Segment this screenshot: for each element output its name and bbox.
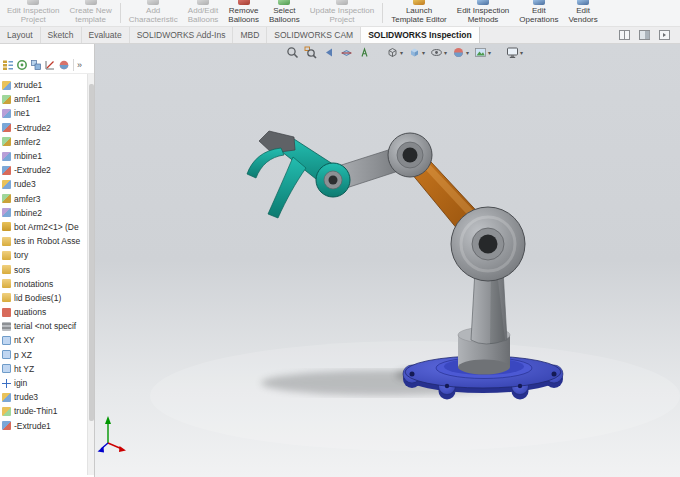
triad-y-arrow <box>105 416 111 424</box>
update-inspection-project-button[interactable]: Update Inspection Project <box>305 0 380 26</box>
ribbon-label: Edit Inspection <box>457 6 509 15</box>
dimxpertmanager-icon[interactable] <box>44 59 56 71</box>
tab-solidworks-inspection[interactable]: SOLIDWORKS Inspection <box>361 27 479 43</box>
tree-item[interactable]: -Extrude2 <box>0 121 86 135</box>
tree-item[interactable]: lid Bodies(1) <box>0 291 86 305</box>
ribbon-label: Balloons <box>269 15 300 24</box>
panel-overflow-chevron-icon[interactable]: » <box>77 59 82 71</box>
triad-z-arrow <box>98 447 105 453</box>
tree-item[interactable]: xtrude1 <box>0 78 86 92</box>
tree-item[interactable]: terial <not specif <box>0 319 86 333</box>
tree-item[interactable]: rude3 <box>0 177 86 191</box>
zoom-fit-icon[interactable] <box>285 45 300 60</box>
ribbon-label: Launch <box>406 6 432 15</box>
view-orientation-icon[interactable]: ▾ <box>385 45 404 60</box>
tree-item[interactable]: mbine1 <box>0 149 86 163</box>
tree-item[interactable]: tes in Robot Asse <box>0 234 86 248</box>
edit-operations-button[interactable]: Edit Operations <box>514 0 563 26</box>
tree-item[interactable]: amfer3 <box>0 192 86 206</box>
section-view-icon[interactable] <box>339 45 354 60</box>
ribbon-label: Vendors <box>568 15 597 24</box>
mates-folder-icon <box>2 237 11 246</box>
ribbon-label: Characteristic <box>129 15 178 24</box>
tab-mbd[interactable]: MBD <box>233 27 267 43</box>
orientation-triad[interactable] <box>98 416 127 453</box>
collapse-pane-icon[interactable] <box>659 30 670 40</box>
displaymanager-icon[interactable] <box>58 59 70 71</box>
tab-layout[interactable]: Layout <box>0 27 41 43</box>
tree-item[interactable]: tory <box>0 248 86 262</box>
remove-balloons-button[interactable]: Remove Balloons <box>223 0 264 26</box>
floor-glow <box>150 341 680 451</box>
tree-item[interactable]: amfer2 <box>0 135 86 149</box>
plane-icon <box>2 350 11 359</box>
feature-manager-tabs: » <box>0 57 94 74</box>
dropdown-arrow-icon: ▾ <box>444 49 447 56</box>
tree-item[interactable]: igin <box>0 376 86 390</box>
feature-manager-panel: » xtrude1 amfer1 ine1 -Extrude2 amfer2 m… <box>0 44 95 477</box>
edit-appearance-icon[interactable]: ▾ <box>451 45 470 60</box>
boss-extrude-icon <box>2 393 11 402</box>
feature-tree: xtrude1 amfer1 ine1 -Extrude2 amfer2 mbi… <box>0 78 94 433</box>
tab-solidworks-cam[interactable]: SOLIDWORKS CAM <box>267 27 361 43</box>
zoom-area-icon[interactable] <box>303 45 318 60</box>
robot-elbow-joint[interactable] <box>388 133 432 177</box>
create-new-template-icon <box>85 0 97 5</box>
tree-item[interactable]: bot Arm2<1> (De <box>0 220 86 234</box>
tree-item[interactable]: trude3 <box>0 390 86 404</box>
robot-wrist-joint[interactable] <box>316 163 350 197</box>
edit-vendors-button[interactable]: Edit Vendors <box>563 0 602 26</box>
chamfer-icon <box>2 95 11 104</box>
configurationmanager-icon[interactable] <box>30 59 42 71</box>
tree-item[interactable]: quations <box>0 305 86 319</box>
tab-sketch[interactable]: Sketch <box>41 27 82 43</box>
ribbon-separator <box>382 3 383 23</box>
add-characteristic-button[interactable]: Add Characteristic <box>124 0 183 26</box>
propertymanager-icon[interactable] <box>16 59 28 71</box>
tree-item[interactable]: mbine2 <box>0 206 86 220</box>
tab-evaluate[interactable]: Evaluate <box>82 27 130 43</box>
select-balloons-button[interactable]: Select Balloons <box>264 0 305 26</box>
tree-item[interactable]: nt XY <box>0 333 86 347</box>
tree-item[interactable]: -Extrude2 <box>0 163 86 177</box>
panel-scrollbar[interactable] <box>87 74 94 475</box>
tree-item-label: trude3 <box>14 392 38 402</box>
tree-item-label: -Extrude2 <box>14 165 51 175</box>
tree-item[interactable]: ine1 <box>0 106 86 120</box>
hide-show-items-icon[interactable]: ▾ <box>429 45 448 60</box>
add-characteristic-icon <box>147 0 159 5</box>
ribbon-label: Template Editor <box>391 15 447 24</box>
launch-template-editor-button[interactable]: Launch Template Editor <box>386 0 452 26</box>
tree-item[interactable]: sors <box>0 262 86 276</box>
update-inspection-project-icon <box>336 0 348 5</box>
ribbon-label: Balloons <box>188 15 219 24</box>
ribbon-label: Add/Edit <box>188 6 218 15</box>
previous-view-icon[interactable] <box>321 45 336 60</box>
split-pane-icon[interactable] <box>619 30 630 40</box>
apply-scene-icon[interactable]: ▾ <box>473 45 492 60</box>
panel-scrollbar-thumb[interactable] <box>89 84 94 421</box>
tree-item[interactable]: p XZ <box>0 348 86 362</box>
add-edit-balloons-button[interactable]: Add/Edit Balloons <box>183 0 224 26</box>
display-pane-icon[interactable] <box>639 30 650 40</box>
tree-item[interactable]: amfer1 <box>0 92 86 106</box>
tree-item[interactable]: nnotations <box>0 277 86 291</box>
create-new-template-button[interactable]: Create New template <box>64 0 116 26</box>
edit-inspection-project-button[interactable]: Edit Inspection Project <box>2 0 64 26</box>
featuremanager-tree-icon[interactable] <box>2 59 14 71</box>
tree-item[interactable]: trude-Thin1 <box>0 404 86 418</box>
tree-item-label: terial <not specif <box>14 321 76 331</box>
edit-inspection-methods-button[interactable]: Edit Inspection Methods <box>452 0 514 26</box>
view-settings-icon[interactable]: ▾ <box>505 45 524 60</box>
display-style-icon[interactable]: ▾ <box>407 45 426 60</box>
tree-item[interactable]: ht YZ <box>0 362 86 376</box>
dropdown-arrow-icon: ▾ <box>422 49 425 56</box>
tree-item[interactable]: -Extrude1 <box>0 419 86 433</box>
ribbon-separator <box>120 3 121 23</box>
tab-solidworks-add-ins[interactable]: SOLIDWORKS Add-Ins <box>130 27 234 43</box>
viewport-3d[interactable]: ▾ ▾ ▾ ▾ ▾ ▾ <box>95 44 680 477</box>
robot-shoulder-joint[interactable] <box>451 207 525 281</box>
annotation-view-icon[interactable] <box>357 45 372 60</box>
dropdown-arrow-icon: ▾ <box>400 49 403 56</box>
robot-arm-model[interactable] <box>95 44 680 477</box>
